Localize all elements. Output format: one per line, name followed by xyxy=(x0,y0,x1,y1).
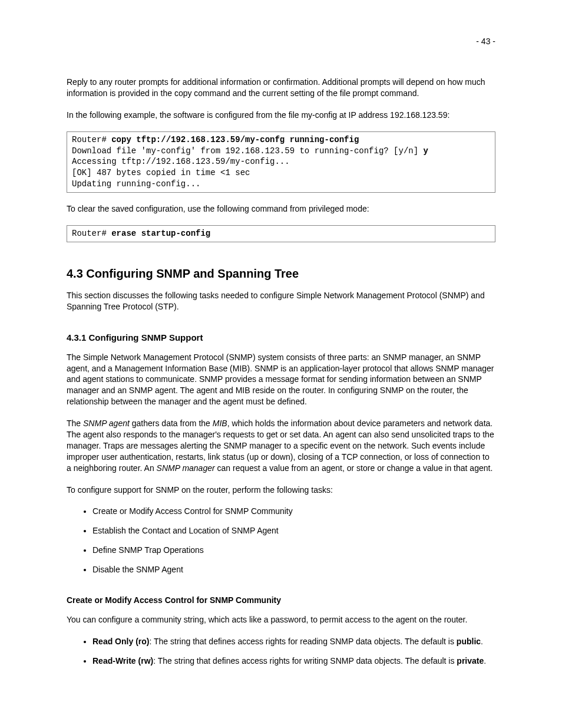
code-prompt: Router# xyxy=(72,229,111,238)
page-content: Reply to any router prompts for addition… xyxy=(67,77,495,667)
bold-label: Read Only (ro) xyxy=(92,637,149,646)
code-block: Router# copy tftp://192.168.123.59/my-co… xyxy=(67,131,495,193)
code-line: Accessing tftp://192.168.123.59/my-confi… xyxy=(72,157,290,166)
bold-default: public xyxy=(457,637,481,646)
code-command: erase startup-config xyxy=(111,229,210,238)
paragraph: This section discusses the following tas… xyxy=(67,290,495,312)
code-line: Download file 'my-config' from 192.168.1… xyxy=(72,146,424,156)
paragraph: The SNMP agent gathers data from the MIB… xyxy=(67,418,495,473)
page-number: - 43 - xyxy=(476,37,495,46)
text-run: : The string that defines access rights … xyxy=(153,656,457,666)
list-item: Disable the SNMP Agent xyxy=(92,564,495,575)
text-run: : The string that defines access rights … xyxy=(149,637,456,646)
code-command: copy tftp://192.168.123.59/my-confg runn… xyxy=(111,135,359,144)
code-line: [OK] 487 bytes copied in time <1 sec xyxy=(72,168,250,177)
text-run: can request a value from an agent, or st… xyxy=(215,463,493,473)
code-prompt: Router# xyxy=(72,135,111,144)
code-block: Router# erase startup-config xyxy=(67,225,495,242)
paragraph: The Simple Network Management Protocol (… xyxy=(67,352,495,407)
list-item: Read Only (ro): The string that defines … xyxy=(92,636,495,647)
task-list: Create or Modify Access Control for SNMP… xyxy=(67,506,495,575)
italic-term: SNMP manager xyxy=(157,463,215,473)
paragraph: To configure support for SNMP on the rou… xyxy=(67,485,495,496)
list-item: Establish the Contact and Location of SN… xyxy=(92,525,495,536)
paragraph: Reply to any router prompts for addition… xyxy=(67,77,495,99)
paragraph: To clear the saved configuration, use th… xyxy=(67,203,495,215)
paragraph: In the following example, the software i… xyxy=(67,110,495,121)
code-line: Updating running-config... xyxy=(72,179,200,189)
text-run: gathers data from the xyxy=(130,419,213,428)
italic-term: MIB xyxy=(213,419,227,428)
subheading: Create or Modify Access Control for SNMP… xyxy=(67,595,495,605)
list-item: Read-Write (rw): The string that defines… xyxy=(92,655,495,667)
text-run: The xyxy=(67,419,83,428)
document-page: - 43 - Reply to any router prompts for a… xyxy=(0,0,562,728)
list-item: Create or Modify Access Control for SNMP… xyxy=(92,506,495,517)
bold-default: private xyxy=(457,656,484,666)
code-input: y xyxy=(424,146,428,156)
paragraph: You can configure a community string, wh… xyxy=(67,614,495,625)
section-heading: 4.3 Configuring SNMP and Spanning Tree xyxy=(67,267,495,281)
list-item: Define SNMP Trap Operations xyxy=(92,545,495,556)
bold-label: Read-Write (rw) xyxy=(92,656,153,666)
italic-term: SNMP agent xyxy=(83,419,130,428)
subsection-heading: 4.3.1 Configuring SNMP Support xyxy=(67,332,495,342)
access-list: Read Only (ro): The string that defines … xyxy=(67,636,495,667)
